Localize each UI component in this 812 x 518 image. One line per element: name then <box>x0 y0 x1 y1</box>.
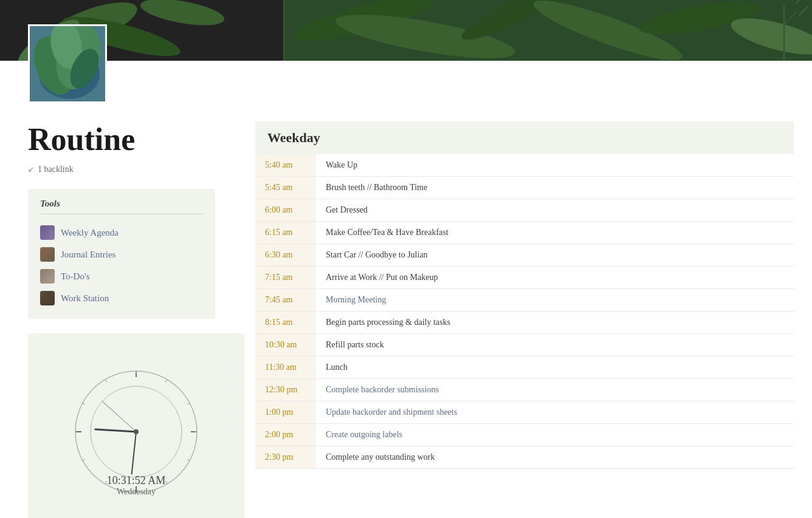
svg-line-34 <box>165 481 167 484</box>
time-cell: 11:30 am <box>255 356 316 379</box>
main-content: Weekday 5:40 amWake Up5:45 amBrush teeth… <box>243 109 812 518</box>
time-cell: 7:15 am <box>255 267 316 289</box>
time-cell: 8:15 am <box>255 312 316 334</box>
table-row: 10:30 amRefill parts stock <box>255 334 794 356</box>
task-cell[interactable]: Complete backorder submissions <box>316 379 794 401</box>
clock-day: Wednesday <box>107 487 166 497</box>
task-cell: Wake Up <box>316 154 794 177</box>
time-cell: 12:30 pm <box>255 379 316 401</box>
backlink[interactable]: ↙ 1 backlink <box>28 165 215 174</box>
table-row: 5:40 amWake Up <box>255 154 794 177</box>
work-station-label: Work Station <box>61 293 109 304</box>
to-dos-icon <box>40 269 55 284</box>
weekly-agenda-icon <box>40 225 55 240</box>
work-station-icon <box>40 291 55 305</box>
task-cell[interactable]: Create outgoing labels <box>316 424 794 446</box>
avatar-image <box>30 26 105 101</box>
time-cell: 6:15 am <box>255 222 316 244</box>
backlink-text: 1 backlink <box>38 165 74 174</box>
tool-item-weekly-agenda[interactable]: Weekly Agenda <box>40 222 203 244</box>
weekly-agenda-label: Weekly Agenda <box>61 228 119 238</box>
to-dos-label: To-Do's <box>61 271 89 282</box>
time-cell: 6:00 am <box>255 199 316 222</box>
task-cell: Get Dressed <box>316 199 794 222</box>
svg-line-40 <box>132 432 136 474</box>
task-cell: Make Coffee/Tea & Have Breakfast <box>316 222 794 244</box>
table-row: 2:30 pmComplete any outstanding work <box>255 446 794 469</box>
time-cell: 5:45 am <box>255 177 316 199</box>
page-title: Routine <box>28 121 215 157</box>
time-cell: 5:40 am <box>255 154 316 177</box>
task-cell: Arrive at Work // Put on Makeup <box>316 267 794 289</box>
task-cell: Begin parts processing & daily tasks <box>316 312 794 334</box>
journal-entries-label: Journal Entries <box>61 250 115 260</box>
table-row: 6:00 amGet Dressed <box>255 199 794 222</box>
time-cell: 6:30 am <box>255 244 316 267</box>
header-banner <box>0 0 812 61</box>
table-row: 6:30 amStart Car // Goodbye to Julian <box>255 244 794 267</box>
table-row: 6:15 amMake Coffee/Tea & Have Breakfast <box>255 222 794 244</box>
svg-line-39 <box>95 410 136 451</box>
avatar <box>28 24 107 103</box>
svg-line-30 <box>165 380 167 383</box>
weekday-section: Weekday 5:40 amWake Up5:45 amBrush teeth… <box>255 121 794 469</box>
table-row: 11:30 amLunch <box>255 356 794 379</box>
time-cell: 2:30 pm <box>255 446 316 469</box>
tool-item-work-station[interactable]: Work Station <box>40 287 203 309</box>
table-row: 12:30 pmComplete backorder submissions <box>255 379 794 401</box>
table-row: 1:00 pmUpdate backorder and shipment she… <box>255 401 794 424</box>
time-cell: 2:00 pm <box>255 424 316 446</box>
task-cell: Refill parts stock <box>316 334 794 356</box>
task-cell[interactable]: Update backorder and shipment sheets <box>316 401 794 424</box>
task-cell: Complete any outstanding work <box>316 446 794 469</box>
tools-header: Tools <box>40 199 203 214</box>
task-cell: Brush teeth // Bathroom Time <box>316 177 794 199</box>
tool-item-to-dos[interactable]: To-Do's <box>40 265 203 287</box>
banner-decoration <box>0 0 812 61</box>
table-row: 2:00 pmCreate outgoing labels <box>255 424 794 446</box>
weekday-header: Weekday <box>255 121 794 154</box>
backlink-icon: ↙ <box>28 165 34 174</box>
sidebar: Routine ↙ 1 backlink Tools Weekly Agenda… <box>0 109 243 518</box>
task-cell: Lunch <box>316 356 794 379</box>
time-cell: 1:00 pm <box>255 401 316 424</box>
table-row: 5:45 amBrush teeth // Bathroom Time <box>255 177 794 199</box>
tools-section: Tools Weekly Agenda Journal Entries To-D… <box>28 189 215 319</box>
schedule-table: 5:40 amWake Up5:45 amBrush teeth // Bath… <box>255 154 794 469</box>
table-row: 8:15 amBegin parts processing & daily ta… <box>255 312 794 334</box>
clock-widget: 10:31:52 AM Wednesday <box>28 333 244 518</box>
time-cell: 10:30 am <box>255 334 316 356</box>
task-cell[interactable]: Morning Meeting <box>316 289 794 312</box>
table-row: 7:45 amMorning Meeting <box>255 289 794 312</box>
svg-line-35 <box>105 380 107 383</box>
svg-point-42 <box>134 429 139 434</box>
clock-time: 10:31:52 AM <box>107 474 166 487</box>
svg-rect-2 <box>283 0 284 61</box>
time-cell: 7:45 am <box>255 289 316 312</box>
task-cell: Start Car // Goodbye to Julian <box>316 244 794 267</box>
svg-line-41 <box>102 401 136 431</box>
page-container: Routine ↙ 1 backlink Tools Weekly Agenda… <box>0 61 812 518</box>
table-row: 7:15 amArrive at Work // Put on Makeup <box>255 267 794 289</box>
journal-entries-icon <box>40 247 55 262</box>
tool-item-journal-entries[interactable]: Journal Entries <box>40 244 203 265</box>
